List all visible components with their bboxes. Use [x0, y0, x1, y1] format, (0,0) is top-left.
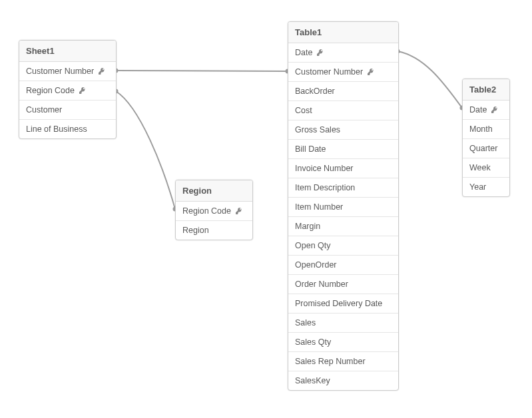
- field-sales[interactable]: Sales: [288, 314, 398, 333]
- field-year[interactable]: Year: [463, 178, 509, 196]
- field-label: Invoice Number: [295, 164, 354, 173]
- field-label: SalesKey: [295, 376, 330, 385]
- key-icon: [367, 68, 375, 76]
- field-customer-number[interactable]: Customer Number: [19, 62, 116, 81]
- field-week[interactable]: Week: [463, 158, 509, 178]
- field-label: Month: [469, 124, 493, 134]
- field-label: Sales: [295, 318, 316, 327]
- table-sheet1[interactable]: Sheet1 Customer Number Region Code Custo…: [19, 40, 117, 139]
- key-icon: [491, 106, 499, 114]
- field-label: Region: [182, 226, 209, 235]
- key-icon: [316, 49, 324, 57]
- table-title: Table2: [469, 85, 496, 95]
- table-header[interactable]: Sheet1: [19, 41, 116, 62]
- field-label: Gross Sales: [295, 125, 340, 134]
- field-region-code[interactable]: Region Code: [176, 202, 252, 221]
- field-sales-rep-number[interactable]: Sales Rep Number: [288, 352, 398, 371]
- field-label: Margin: [295, 222, 320, 231]
- field-label: Date: [469, 105, 487, 114]
- field-date[interactable]: Date: [288, 43, 398, 63]
- field-label: BackOrder: [295, 87, 335, 96]
- field-label: Line of Business: [26, 124, 87, 134]
- table-table1[interactable]: Table1 Date Customer Number BackOrder Co…: [288, 21, 399, 391]
- field-label: Region Code: [182, 206, 231, 216]
- field-label: Customer Number: [26, 67, 94, 76]
- field-month[interactable]: Month: [463, 120, 509, 139]
- field-label: Bill Date: [295, 144, 326, 154]
- key-icon: [79, 87, 87, 95]
- field-promised-delivery-date[interactable]: Promised Delivery Date: [288, 294, 398, 314]
- field-label: Item Description: [295, 183, 355, 192]
- field-customer-number[interactable]: Customer Number: [288, 63, 398, 82]
- table-table2[interactable]: Table2 Date Month Quarter Week Year: [462, 79, 510, 197]
- field-label: Cost: [295, 106, 312, 115]
- table-title: Region: [182, 186, 212, 196]
- field-backorder[interactable]: BackOrder: [288, 82, 398, 101]
- field-label: Region Code: [26, 86, 75, 95]
- field-order-number[interactable]: Order Number: [288, 275, 398, 294]
- field-label: Quarter: [469, 144, 497, 153]
- table-title: Sheet1: [26, 46, 55, 56]
- field-label: Sales Qty: [295, 337, 331, 347]
- field-region[interactable]: Region: [176, 221, 252, 240]
- table-title: Table1: [295, 27, 322, 37]
- field-gross-sales[interactable]: Gross Sales: [288, 120, 398, 140]
- key-icon: [98, 67, 106, 75]
- field-label: Order Number: [295, 280, 348, 289]
- field-margin[interactable]: Margin: [288, 217, 398, 236]
- field-label: OpenOrder: [295, 260, 337, 270]
- table-header[interactable]: Region: [176, 180, 252, 202]
- field-label: Customer: [26, 105, 62, 114]
- field-cost[interactable]: Cost: [288, 101, 398, 120]
- field-label: Open Qty: [295, 241, 331, 250]
- field-line-of-business[interactable]: Line of Business: [19, 120, 116, 138]
- field-openorder[interactable]: OpenOrder: [288, 256, 398, 275]
- table-header[interactable]: Table2: [463, 79, 509, 101]
- field-label: Week: [469, 163, 491, 172]
- field-label: Date: [295, 48, 312, 57]
- table-region[interactable]: Region Region Code Region: [175, 180, 253, 240]
- field-date[interactable]: Date: [463, 101, 509, 120]
- field-quarter[interactable]: Quarter: [463, 139, 509, 158]
- field-customer[interactable]: Customer: [19, 101, 116, 120]
- field-label: Item Number: [295, 202, 343, 212]
- field-sales-qty[interactable]: Sales Qty: [288, 333, 398, 352]
- field-bill-date[interactable]: Bill Date: [288, 140, 398, 159]
- field-saleskey[interactable]: SalesKey: [288, 371, 398, 390]
- key-icon: [235, 207, 243, 215]
- field-item-description[interactable]: Item Description: [288, 178, 398, 198]
- field-label: Sales Rep Number: [295, 357, 366, 366]
- field-item-number[interactable]: Item Number: [288, 198, 398, 217]
- table-header[interactable]: Table1: [288, 22, 398, 43]
- field-label: Promised Delivery Date: [295, 299, 382, 308]
- model-canvas: Sheet1 Customer Number Region Code Custo…: [0, 0, 532, 418]
- field-region-code[interactable]: Region Code: [19, 81, 116, 101]
- field-label: Customer Number: [295, 67, 363, 77]
- field-label: Year: [469, 182, 486, 192]
- field-invoice-number[interactable]: Invoice Number: [288, 159, 398, 178]
- field-open-qty[interactable]: Open Qty: [288, 236, 398, 256]
